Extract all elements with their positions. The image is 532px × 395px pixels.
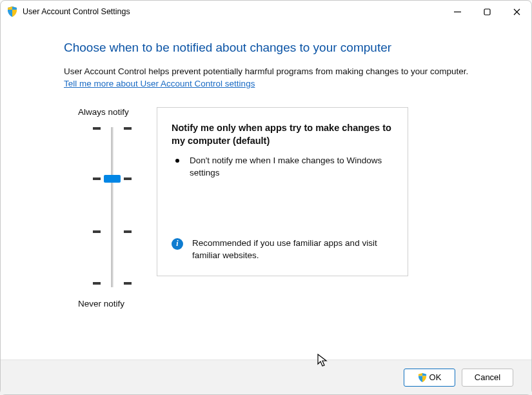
slider-tick [93, 127, 132, 130]
window-title: User Account Control Settings [23, 7, 130, 16]
uac-window: User Account Control Settings Choose whe… [0, 0, 532, 395]
window-controls [442, 1, 531, 23]
main-row: Always notify Never notify Notify me onl… [64, 107, 493, 309]
page-description: User Account Control helps prevent poten… [64, 66, 493, 76]
level-title: Notify me only when apps try to make cha… [172, 122, 393, 147]
page-heading: Choose when to be notified about changes… [64, 41, 493, 55]
slider-tick [93, 230, 132, 233]
slider-track [112, 127, 113, 287]
bullet-icon [175, 159, 179, 163]
recommendation-row: i Recommended if you use familiar apps a… [172, 238, 393, 262]
shield-icon [418, 373, 427, 382]
slider-tick [93, 282, 132, 285]
shield-icon [7, 6, 17, 17]
cancel-button[interactable]: Cancel [462, 369, 513, 387]
minimize-button[interactable] [442, 1, 472, 23]
titlebar: User Account Control Settings [1, 1, 531, 23]
dialog-footer: OK Cancel [1, 360, 531, 394]
level-bullet-text: Don't notify me when I make changes to W… [190, 155, 393, 179]
slider-label-bottom: Never notify [64, 299, 124, 309]
svg-rect-0 [484, 9, 490, 15]
ok-button[interactable]: OK [404, 369, 455, 387]
slider-label-top: Always notify [64, 107, 129, 117]
content-area: Choose when to be notified about changes… [1, 23, 531, 360]
slider-thumb[interactable] [104, 175, 121, 183]
maximize-button[interactable] [472, 1, 502, 23]
recommendation-text: Recommended if you use familiar apps and… [192, 238, 393, 262]
learn-more-link[interactable]: Tell me more about User Account Control … [64, 79, 255, 88]
slider-column: Always notify Never notify [64, 107, 161, 309]
cancel-button-label: Cancel [475, 372, 500, 382]
notification-level-slider[interactable] [93, 123, 132, 291]
ok-button-label: OK [429, 372, 442, 382]
level-bullet-row: Don't notify me when I make changes to W… [172, 155, 393, 179]
level-description-panel: Notify me only when apps try to make cha… [157, 107, 408, 276]
info-icon: i [172, 238, 183, 250]
close-button[interactable] [502, 1, 531, 23]
